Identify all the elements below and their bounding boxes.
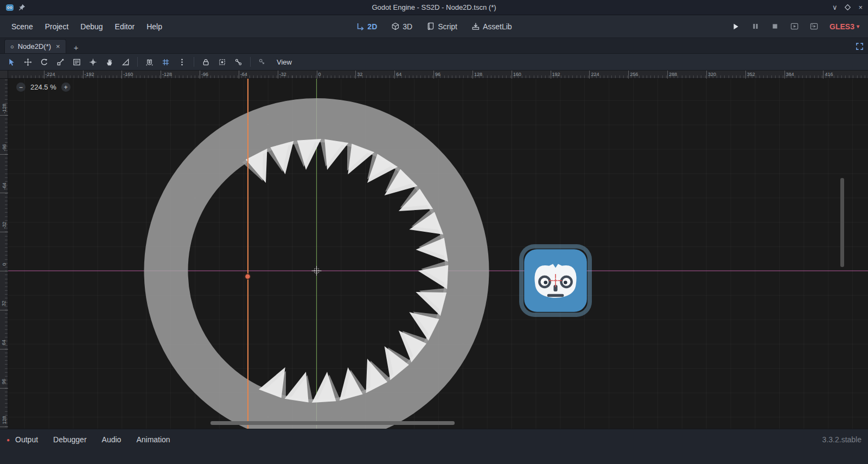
menu-editor[interactable]: Editor bbox=[109, 19, 141, 34]
scene-tab-node2d[interactable]: ○ Node2D(*) × bbox=[4, 39, 66, 53]
canvas-toolbar: View bbox=[0, 54, 868, 71]
ruler-label: 32 bbox=[357, 72, 362, 77]
lock-button[interactable] bbox=[199, 55, 213, 69]
ruler-label: -32 bbox=[279, 72, 286, 77]
editor-tab-2d[interactable]: 2D bbox=[350, 20, 382, 34]
ruler-label: 32 bbox=[0, 295, 8, 312]
ruler-tick bbox=[784, 71, 785, 79]
stop-button[interactable] bbox=[768, 20, 782, 33]
ruler-label: 64 bbox=[0, 334, 8, 351]
new-scene-tab-button[interactable]: + bbox=[71, 42, 82, 53]
scene-tab-label: Node2D(*) bbox=[18, 42, 51, 50]
sprite-position-gizmo[interactable] bbox=[548, 274, 563, 288]
toolbar-separator bbox=[137, 57, 138, 67]
pivot-tool-button[interactable] bbox=[86, 55, 100, 69]
ruler-label: 384 bbox=[786, 72, 794, 77]
skeleton-options-button[interactable] bbox=[255, 55, 270, 69]
2d-icon bbox=[356, 22, 364, 30]
ruler-tick bbox=[394, 71, 395, 79]
ruler-tick bbox=[589, 71, 590, 79]
bottom-tab-output[interactable]: Output bbox=[9, 433, 44, 446]
window-close-button[interactable]: × bbox=[858, 4, 863, 11]
ruler-label: 128 bbox=[474, 72, 482, 77]
ruler-horizontal[interactable]: -224-192-160-128-96-64-32032649612816019… bbox=[0, 71, 868, 79]
rotate-tool-button[interactable] bbox=[37, 55, 52, 69]
smart-snap-toggle[interactable] bbox=[142, 55, 157, 69]
ruler-vertical[interactable]: -128-96-64-320326496128 bbox=[0, 71, 8, 429]
pause-button[interactable] bbox=[748, 20, 762, 33]
group-button[interactable] bbox=[215, 55, 229, 69]
ruler-label: -224 bbox=[46, 72, 55, 77]
horizontal-scrollbar-thumb[interactable] bbox=[210, 421, 455, 425]
menu-help[interactable]: Help bbox=[141, 19, 168, 34]
snap-options-menu-button[interactable] bbox=[175, 55, 189, 69]
editor-tab-3d[interactable]: 3D bbox=[386, 20, 418, 34]
play-custom-scene-button[interactable] bbox=[807, 20, 821, 33]
menu-debug[interactable]: Debug bbox=[74, 19, 108, 34]
toolbar-separator bbox=[194, 57, 194, 67]
ruler-tick bbox=[355, 71, 356, 79]
editor-tab-script[interactable]: Script bbox=[421, 20, 463, 34]
ruler-tick bbox=[628, 71, 629, 79]
bottom-tab-debugger[interactable]: Debugger bbox=[47, 433, 93, 446]
ruler-label: -96 bbox=[201, 72, 208, 77]
zoom-level-label[interactable]: 224.5 % bbox=[30, 83, 56, 91]
ruler-label: -128 bbox=[162, 72, 172, 77]
ruler-tick bbox=[317, 71, 317, 79]
window-maximize-button[interactable] bbox=[845, 4, 851, 10]
main-menu-bar: Scene Project Debug Editor Help 2D 3D Sc… bbox=[0, 15, 868, 38]
ruler-tick bbox=[706, 71, 707, 79]
ruler-label: 352 bbox=[747, 72, 755, 77]
select-tool-button[interactable] bbox=[4, 55, 19, 69]
distraction-free-mode-button[interactable] bbox=[856, 42, 864, 50]
zoom-out-button[interactable]: − bbox=[16, 82, 25, 92]
zoom-in-button[interactable]: + bbox=[61, 82, 71, 92]
ruler-tick bbox=[823, 71, 824, 79]
window-title: Godot Engine - SS2D - Node2D.tscn (*) bbox=[372, 3, 496, 11]
ruler-label: 96 bbox=[0, 373, 8, 390]
renderer-chevron-icon: ▾ bbox=[857, 23, 859, 29]
ruler-tick bbox=[433, 71, 434, 79]
godot-app-icon bbox=[5, 3, 14, 12]
editor-tab-script-label: Script bbox=[438, 22, 457, 31]
grid-snap-toggle[interactable] bbox=[158, 55, 173, 69]
window-minimize-button[interactable]: ∨ bbox=[832, 4, 838, 11]
bottom-tab-audio[interactable]: Audio bbox=[95, 433, 128, 446]
pan-tool-button[interactable] bbox=[102, 55, 117, 69]
ruler-label: 160 bbox=[513, 72, 521, 77]
ruler-label: 288 bbox=[669, 72, 677, 77]
ruler-label: 0 bbox=[318, 72, 321, 77]
ruler-label: 416 bbox=[825, 72, 833, 77]
scale-tool-button[interactable] bbox=[53, 55, 68, 69]
scene-tab-close-icon[interactable]: × bbox=[56, 42, 60, 50]
ruler-tool-button[interactable] bbox=[118, 55, 133, 69]
menu-project[interactable]: Project bbox=[39, 19, 75, 34]
play-button[interactable] bbox=[729, 20, 743, 33]
play-scene-button[interactable] bbox=[787, 20, 801, 33]
pin-icon[interactable] bbox=[18, 4, 25, 11]
viewport-canvas[interactable]: -224-192-160-128-96-64-32032649612816019… bbox=[0, 71, 868, 429]
ruler-label: 192 bbox=[552, 72, 560, 77]
ruler-label: -160 bbox=[123, 72, 133, 77]
ruler-tick bbox=[83, 71, 84, 79]
ruler-label: 128 bbox=[0, 412, 8, 428]
menu-scene[interactable]: Scene bbox=[5, 19, 39, 34]
scene-layer[interactable] bbox=[0, 71, 868, 429]
ruler-corner bbox=[0, 71, 8, 79]
godot-icon-sprite[interactable] bbox=[524, 249, 588, 313]
renderer-select[interactable]: GLES3 ▾ bbox=[826, 21, 863, 33]
ruler-tick bbox=[745, 71, 746, 79]
bone-button[interactable] bbox=[231, 55, 246, 69]
editor-switcher: 2D 3D Script AssetLib bbox=[350, 20, 517, 34]
ruler-tick bbox=[473, 71, 473, 79]
list-select-tool-button[interactable] bbox=[69, 55, 84, 69]
bottom-tab-animation[interactable]: Animation bbox=[130, 433, 176, 446]
ring-tooth bbox=[285, 372, 309, 403]
ruler-label: -32 bbox=[0, 217, 8, 233]
view-menu-button[interactable]: View bbox=[271, 56, 297, 68]
ruler-label: 0 bbox=[0, 256, 8, 272]
editor-tab-assetlib[interactable]: AssetLib bbox=[466, 20, 518, 34]
move-tool-button[interactable] bbox=[21, 55, 35, 69]
vertical-scrollbar-thumb[interactable] bbox=[840, 178, 844, 267]
guide-anchor-dot[interactable] bbox=[245, 274, 251, 279]
